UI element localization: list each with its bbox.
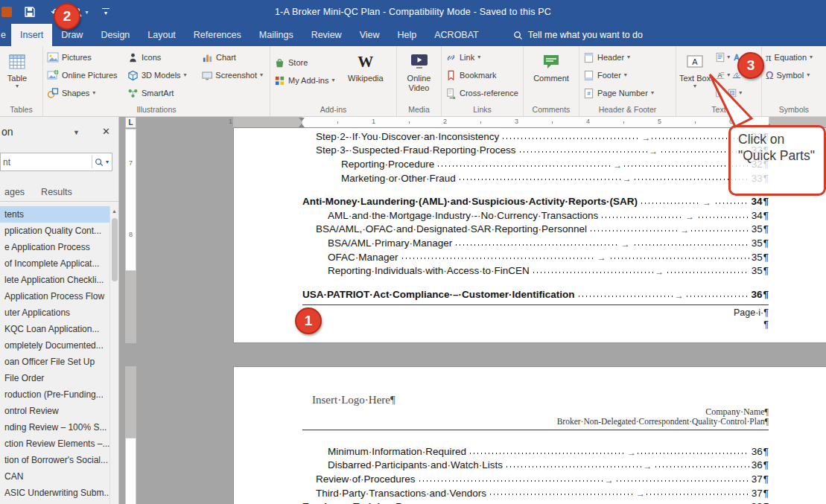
nav-tab-ages[interactable]: ages <box>4 187 25 197</box>
icons-button[interactable]: Icons <box>127 48 194 66</box>
first-line-indent-marker[interactable] <box>299 118 305 121</box>
3d-models-button[interactable]: 3D Models ▾ <box>127 66 194 84</box>
smartart-button[interactable]: SmartArt <box>127 84 194 102</box>
text-box-icon: A <box>686 50 704 74</box>
bookmark-button[interactable]: Bookmark <box>445 66 518 84</box>
ribbon-tab-help[interactable]: Help <box>389 24 426 46</box>
nav-heading-item[interactable]: ASIC Underwriting Subm... <box>0 485 109 501</box>
screenshot-button[interactable]: Screenshot ▾ <box>202 66 263 84</box>
toc-row: Anti-Money·Laundering·(AML)·and·Suspicio… <box>302 194 769 208</box>
ribbon-tab-review[interactable]: Review <box>302 24 351 46</box>
group-symbols: π Equation ▾ Ω Symbol ▾ Symbols <box>762 46 826 116</box>
group-links: Link ▾ Bookmark Cross-reference Links <box>442 46 524 116</box>
vertical-ruler[interactable]: 78 <box>125 129 136 504</box>
online-video-button[interactable]: Online Video <box>397 48 441 104</box>
wikipedia-button[interactable]: W Wikipedia <box>345 48 387 104</box>
scroll-thumb[interactable] <box>112 218 118 281</box>
nav-heading-item[interactable]: Application Process Flow <box>0 288 109 304</box>
link-button[interactable]: Link ▾ <box>445 48 518 66</box>
ribbon-tab-insert[interactable]: Insert <box>11 24 52 46</box>
store-button[interactable]: Store <box>274 54 341 71</box>
symbol-button[interactable]: Ω Symbol ▾ <box>766 66 813 84</box>
scroll-up-icon[interactable]: ▲ <box>110 206 118 214</box>
ribbon-tab-acrobat[interactable]: ACROBAT <box>425 24 488 46</box>
pictures-button[interactable]: Pictures <box>47 48 120 66</box>
ribbon-tab-mailings[interactable]: Mailings <box>250 24 302 46</box>
nav-heading-item[interactable]: oan Officer File Set Up <box>0 354 109 370</box>
nav-tab-results[interactable]: Results <box>41 187 72 197</box>
toc-row: Third·Party·Transactions·and·Vendors→37¶ <box>302 486 769 500</box>
nav-heading-item[interactable]: ontrol Review <box>0 403 109 419</box>
shapes-button[interactable]: Shapes ▾ <box>47 84 120 102</box>
ruler-tick <box>480 121 481 124</box>
ribbon-tab-layout[interactable]: Layout <box>139 24 185 46</box>
online-video-icon <box>410 50 429 74</box>
nav-heading-item[interactable]: e Application Process <box>0 239 109 255</box>
tab-mark-icon: → <box>611 160 623 170</box>
document-title: 1-A Broker Mini-QC Plan - Compatibility … <box>0 0 826 24</box>
tell-me-box[interactable]: Tell me what you want to do <box>513 24 643 46</box>
picture-icon <box>47 51 59 63</box>
tab-stop-selector[interactable]: L <box>125 117 136 128</box>
nav-heading-item[interactable]: roduction (Pre-Funding... <box>0 386 109 403</box>
nav-heading-item[interactable]: ompletely Documented... <box>0 337 109 354</box>
bookmark-icon <box>445 70 457 81</box>
callout-tail <box>704 71 756 130</box>
nav-heading-item[interactable]: CAN <box>0 468 109 485</box>
ribbon-tab-design[interactable]: Design <box>92 24 139 46</box>
ruler-number: 1 <box>229 118 232 125</box>
vruler-top-margin-page2 <box>125 366 136 438</box>
toc-row: Reporting·Individuals·with·Access·to·Fin… <box>302 264 769 278</box>
nav-heading-item[interactable]: ction Review Elements –... <box>0 436 109 452</box>
save-button[interactable] <box>21 3 39 21</box>
ruler-number: 3 <box>515 118 518 125</box>
page-number-icon: # <box>583 88 594 99</box>
close-icon[interactable]: ✕ <box>102 126 110 137</box>
search-magnifier[interactable]: ▾ <box>95 158 112 167</box>
nav-heading-item[interactable]: nding Review – 100% S... <box>0 419 109 436</box>
navigation-header: on ▼ ✕ <box>0 126 118 142</box>
ribbon-tab-references[interactable]: References <box>185 24 250 46</box>
search-input[interactable]: nt ▾ <box>0 153 112 171</box>
table-button[interactable]: Table ▾ <box>0 48 34 104</box>
ribbon-tab-view[interactable]: View <box>351 24 389 46</box>
page-number-button[interactable]: # Page Number ▾ <box>583 84 654 102</box>
online-pictures-button[interactable]: Online Pictures <box>47 66 120 84</box>
ribbon-tab-e[interactable]: e <box>0 24 11 46</box>
my-addins-button[interactable]: My Add-ins ▾ <box>274 71 341 89</box>
nav-heading-item[interactable]: KQC Loan Application... <box>0 321 109 337</box>
header-button[interactable]: Header ▾ <box>583 48 654 66</box>
group-label-symbols: Symbols <box>762 105 826 114</box>
toc-row: Marketing·or·Other·Fraud→33¶ <box>302 171 769 185</box>
tab-mark-icon: → <box>596 252 608 263</box>
nav-heading-item[interactable]: of Incomplete Applicat... <box>0 255 109 272</box>
nav-heading-item[interactable]: File Order <box>0 370 109 386</box>
smartart-icon <box>127 88 139 99</box>
nav-heading-item[interactable]: uter Applications <box>0 304 109 321</box>
ruler-tick <box>623 121 624 124</box>
group-label-links: Links <box>442 105 523 114</box>
footer-icon <box>583 70 594 81</box>
cross-reference-button[interactable]: Cross-reference <box>445 84 518 102</box>
group-media: Online Video Media <box>397 46 442 116</box>
nav-heading-item[interactable]: lete Application Checkli... <box>0 272 109 288</box>
sidebar-scrollbar[interactable]: ▲ <box>109 206 118 504</box>
chevron-down-icon[interactable]: ▼ <box>73 129 80 136</box>
comment-button[interactable]: Comment <box>530 48 572 104</box>
nav-heading-item[interactable]: tion of Borrower's Social... <box>0 452 109 468</box>
nav-heading-item[interactable]: tents <box>0 206 109 223</box>
chevron-down-icon: ▾ <box>627 54 630 60</box>
equation-button[interactable]: π Equation ▾ <box>766 48 813 66</box>
app-icon <box>1 7 12 17</box>
nav-heading-item[interactable]: pplication Quality Cont... <box>0 223 109 239</box>
customize-qat-button[interactable]: ▾ <box>97 3 115 21</box>
tab-mark-icon: → <box>684 211 696 222</box>
footer-button[interactable]: Footer ▾ <box>583 66 654 84</box>
toc-page1: Step·2-·If·You·Discover·an·Inconsistency… <box>302 130 769 302</box>
document-canvas: L 1123456 78 Step·2-·If·You·Discover·an·… <box>119 117 826 504</box>
chart-button[interactable]: Chart <box>202 48 263 66</box>
step-badge-1: 1 <box>295 307 322 334</box>
chevron-down-icon: ▾ <box>16 83 19 89</box>
ruler-number: 5 <box>658 118 661 125</box>
store-icon <box>274 57 285 68</box>
